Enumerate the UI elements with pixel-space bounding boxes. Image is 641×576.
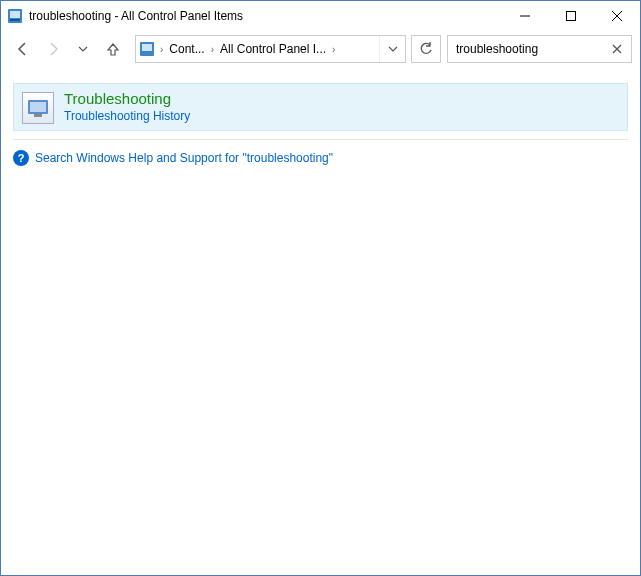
address-dropdown[interactable] — [379, 36, 405, 62]
svg-rect-2 — [10, 19, 20, 21]
refresh-button[interactable] — [411, 35, 441, 63]
window-title: troubleshooting - All Control Panel Item… — [29, 9, 502, 23]
up-button[interactable] — [99, 35, 127, 63]
svg-line-6 — [612, 11, 622, 21]
minimize-button[interactable] — [502, 1, 548, 31]
divider — [13, 139, 628, 140]
control-panel-icon — [136, 36, 158, 62]
result-sublink[interactable]: Troubleshooting History — [64, 109, 190, 123]
address-bar[interactable]: › Cont... › All Control Panel I... › — [135, 35, 406, 63]
svg-rect-1 — [10, 11, 20, 18]
result-heading[interactable]: Troubleshooting — [64, 90, 190, 107]
result-text-block: Troubleshooting Troubleshooting History — [64, 90, 190, 123]
breadcrumb: › Cont... › All Control Panel I... › — [158, 36, 379, 62]
nav-toolbar: › Cont... › All Control Panel I... › — [1, 31, 640, 67]
troubleshooting-icon — [22, 92, 54, 124]
svg-rect-4 — [567, 12, 576, 21]
help-search-link[interactable]: Search Windows Help and Support for "tro… — [35, 151, 333, 165]
breadcrumb-segment[interactable]: Cont... — [165, 36, 208, 62]
clear-search-icon[interactable] — [607, 44, 627, 54]
help-icon: ? — [13, 150, 29, 166]
maximize-button[interactable] — [548, 1, 594, 31]
close-button[interactable] — [594, 1, 640, 31]
control-panel-icon — [7, 8, 23, 24]
chevron-right-icon[interactable]: › — [330, 44, 337, 55]
titlebar: troubleshooting - All Control Panel Item… — [1, 1, 640, 31]
search-input[interactable] — [456, 42, 607, 56]
chevron-right-icon[interactable]: › — [158, 44, 165, 55]
help-search-row[interactable]: ? Search Windows Help and Support for "t… — [13, 150, 628, 166]
breadcrumb-segment[interactable]: All Control Panel I... — [216, 36, 330, 62]
svg-rect-13 — [34, 114, 42, 117]
svg-line-5 — [612, 11, 622, 21]
svg-rect-12 — [30, 102, 46, 112]
svg-rect-8 — [142, 44, 152, 51]
back-button[interactable] — [9, 35, 37, 63]
chevron-right-icon[interactable]: › — [209, 44, 216, 55]
forward-button[interactable] — [39, 35, 67, 63]
recent-locations-dropdown[interactable] — [69, 35, 97, 63]
window-buttons — [502, 1, 640, 31]
content-area: Troubleshooting Troubleshooting History … — [1, 67, 640, 182]
search-box[interactable] — [447, 35, 632, 63]
search-result-item[interactable]: Troubleshooting Troubleshooting History — [13, 83, 628, 131]
